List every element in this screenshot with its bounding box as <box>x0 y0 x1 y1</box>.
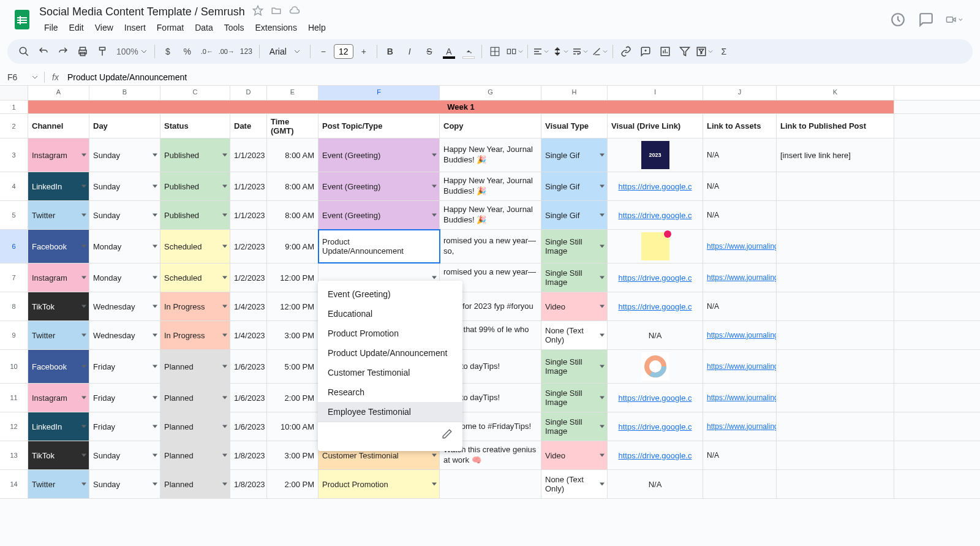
col-header-F[interactable]: F <box>318 86 440 100</box>
cell-copy[interactable]: Happy New Year, Journal Buddies! 🎉 <box>440 172 541 200</box>
cell-topic[interactable]: Event (Greeting) <box>318 201 440 229</box>
cell-visual-link[interactable]: https://drive.google.c <box>608 264 703 292</box>
header-channel[interactable]: Channel <box>28 114 89 138</box>
cell-date[interactable]: 1/6/2023 <box>230 350 267 383</box>
cell-topic[interactable]: Event (Greeting) <box>318 172 440 200</box>
cell-channel[interactable]: Twitter <box>28 201 89 229</box>
doc-title[interactable]: Social Media Content Template / Semrush <box>39 6 245 18</box>
cell-channel[interactable]: TikTok <box>28 292 89 320</box>
cell-assets[interactable]: N/A <box>703 441 777 469</box>
cell-time[interactable]: 9:00 AM <box>267 230 318 263</box>
assets-link[interactable]: https://www.journalingwithfrien <box>707 242 777 251</box>
align-icon[interactable] <box>532 42 550 61</box>
star-icon[interactable] <box>252 5 263 19</box>
dropdown-option[interactable]: Research <box>318 382 462 402</box>
cell-visual-link[interactable]: https://drive.google.c <box>608 441 703 469</box>
cell-status[interactable]: Planned <box>160 412 230 441</box>
cell-published[interactable] <box>777 412 894 441</box>
number-format-icon[interactable]: 123 <box>237 42 255 61</box>
cell-assets[interactable]: https://www.journalingwithfrien <box>703 321 777 349</box>
cell-visual-type[interactable]: Single Gif <box>541 201 608 229</box>
cell-visual-type[interactable]: Single Still Image <box>541 264 608 292</box>
cell-date[interactable]: 1/6/2023 <box>230 412 267 441</box>
row-header-7[interactable]: 7 <box>0 264 28 292</box>
dropdown-option[interactable]: Employee Testimonial <box>318 402 462 422</box>
filter-views-icon[interactable] <box>695 42 714 61</box>
dropdown-option[interactable]: Customer Testimonial <box>318 363 462 382</box>
cell-channel[interactable]: Facebook <box>28 350 89 383</box>
cell-status[interactable]: Planned <box>160 384 230 412</box>
cell-assets[interactable]: N/A <box>703 138 777 172</box>
cell-published[interactable] <box>777 292 894 320</box>
cell-visual-link[interactable]: https://drive.google.c <box>608 384 703 412</box>
cell-visual-link[interactable]: N/A <box>608 470 703 498</box>
sheets-logo[interactable] <box>10 7 34 32</box>
cell-visual-link[interactable]: https://drive.google.c <box>608 412 703 441</box>
cell-channel[interactable]: Facebook <box>28 230 89 263</box>
visual-link[interactable]: https://drive.google.c <box>619 302 692 311</box>
cell-assets[interactable]: https://www.journalingwithfrien <box>703 230 777 263</box>
row-header-14[interactable]: 14 <box>0 470 28 498</box>
cell-topic[interactable]: Event (Greeting) <box>318 138 440 172</box>
move-icon[interactable] <box>271 5 282 19</box>
col-header-G[interactable]: G <box>440 86 541 100</box>
cell-status[interactable]: Published <box>160 138 230 172</box>
cell-assets[interactable]: N/A <box>703 201 777 229</box>
row-header-4[interactable]: 4 <box>0 172 28 200</box>
cell-copy[interactable]: romised you a new year—so, <box>440 230 541 263</box>
col-header-K[interactable]: K <box>777 86 894 100</box>
assets-link[interactable]: https://www.journalingwithfrien <box>707 331 777 339</box>
font-size-input[interactable] <box>334 44 353 59</box>
cell-published[interactable] <box>777 350 894 383</box>
cell-visual-type[interactable]: Single Still Image <box>541 412 608 441</box>
cell-day[interactable]: Friday <box>89 412 160 441</box>
cell-published[interactable] <box>777 264 894 292</box>
cell-time[interactable]: 3:00 PM <box>267 441 318 469</box>
cell-visual-link[interactable]: https://drive.google.c <box>608 172 703 200</box>
menu-help[interactable]: Help <box>303 20 331 35</box>
cell-channel[interactable]: LinkedIn <box>28 412 89 441</box>
menu-edit[interactable]: Edit <box>64 20 89 35</box>
cell-status[interactable]: Planned <box>160 350 230 383</box>
cell-visual-link[interactable] <box>608 230 703 263</box>
cell-published[interactable] <box>777 441 894 469</box>
dropdown-option[interactable]: Educational <box>318 304 462 324</box>
cell-reference[interactable]: F6 <box>7 72 44 82</box>
cell-date[interactable]: 1/6/2023 <box>230 384 267 412</box>
decrease-font-icon[interactable]: − <box>314 42 333 61</box>
cell-channel[interactable]: Instagram <box>28 138 89 172</box>
cell-day[interactable]: Sunday <box>89 201 160 229</box>
thumbnail-image[interactable] <box>641 352 669 381</box>
row-header-13[interactable]: 13 <box>0 441 28 469</box>
cell-visual-type[interactable]: None (Text Only) <box>541 321 608 349</box>
col-header-I[interactable]: I <box>608 86 703 100</box>
meet-icon[interactable] <box>946 11 963 28</box>
visual-link[interactable]: https://drive.google.c <box>619 211 692 220</box>
col-header-E[interactable]: E <box>267 86 318 100</box>
menu-tools[interactable]: Tools <box>219 20 249 35</box>
menu-extensions[interactable]: Extensions <box>250 20 301 35</box>
valign-icon[interactable] <box>551 42 570 61</box>
assets-link[interactable]: https://www.journalingwithfrien <box>707 273 777 282</box>
header-time-gmt-[interactable]: Time (GMT) <box>267 114 318 138</box>
cell-channel[interactable]: TikTok <box>28 441 89 469</box>
cell-visual-type[interactable]: Single Still Image <box>541 384 608 412</box>
cell-visual-type[interactable]: None (Text Only) <box>541 470 608 498</box>
undo-icon[interactable] <box>34 42 53 61</box>
cell-published[interactable] <box>777 384 894 412</box>
menu-file[interactable]: File <box>39 20 63 35</box>
menu-data[interactable]: Data <box>190 20 218 35</box>
cell-published[interactable] <box>777 201 894 229</box>
increase-decimal-icon[interactable]: .00→ <box>217 42 236 61</box>
cell-topic[interactable]: Product Update/Announcement <box>318 230 440 263</box>
cell-time[interactable]: 2:00 PM <box>267 384 318 412</box>
increase-font-icon[interactable]: + <box>355 42 373 61</box>
comment-icon[interactable] <box>636 42 655 61</box>
menu-format[interactable]: Format <box>152 20 189 35</box>
week-header[interactable]: Week 1 <box>28 100 894 113</box>
link-icon[interactable] <box>617 42 635 61</box>
cell-visual-link[interactable]: https://drive.google.c <box>608 201 703 229</box>
cell-status[interactable]: Scheduled <box>160 264 230 292</box>
visual-link[interactable]: https://drive.google.c <box>619 393 692 403</box>
rotate-icon[interactable] <box>590 42 609 61</box>
